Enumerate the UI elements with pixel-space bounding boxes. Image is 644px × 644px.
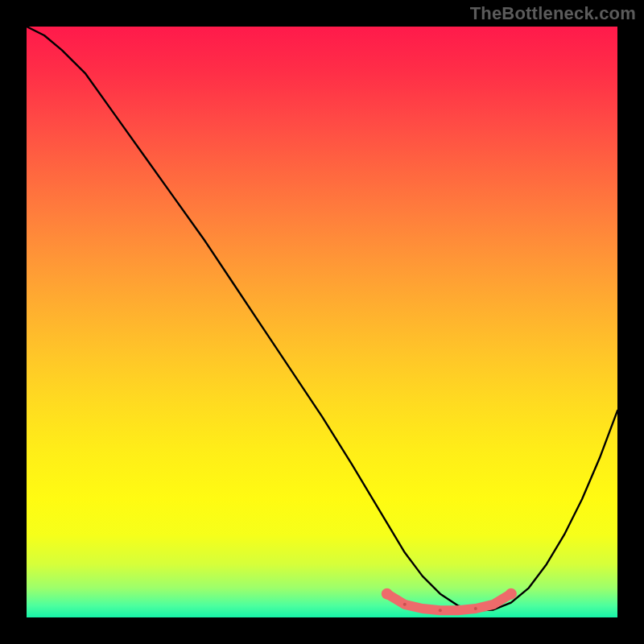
sweet-spot-bead bbox=[403, 603, 407, 606]
chart-svg bbox=[27, 27, 617, 617]
sweet-spot-end-dot bbox=[382, 588, 393, 600]
sweet-spot-bead bbox=[474, 607, 477, 610]
bottleneck-curve-group bbox=[27, 27, 617, 610]
plot-area bbox=[27, 27, 617, 617]
sweet-spot-bead bbox=[439, 609, 442, 612]
chart-frame: TheBottleneck.com bbox=[0, 0, 644, 644]
bottleneck-curve-path bbox=[27, 27, 617, 610]
sweet-spot-band-path bbox=[387, 594, 511, 611]
watermark-text: TheBottleneck.com bbox=[470, 3, 636, 24]
sweet-spot-end-dot bbox=[506, 588, 517, 600]
